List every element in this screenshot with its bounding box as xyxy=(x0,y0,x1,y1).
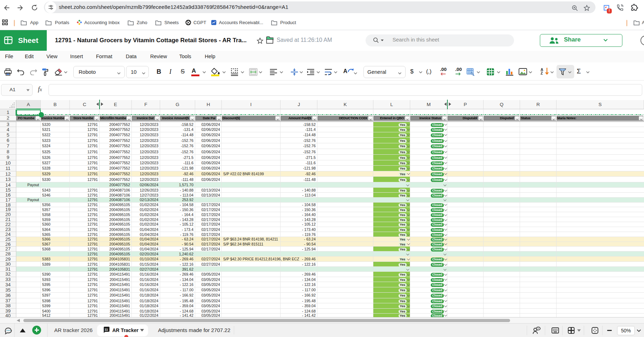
svg-text:11: 11 xyxy=(104,328,108,331)
